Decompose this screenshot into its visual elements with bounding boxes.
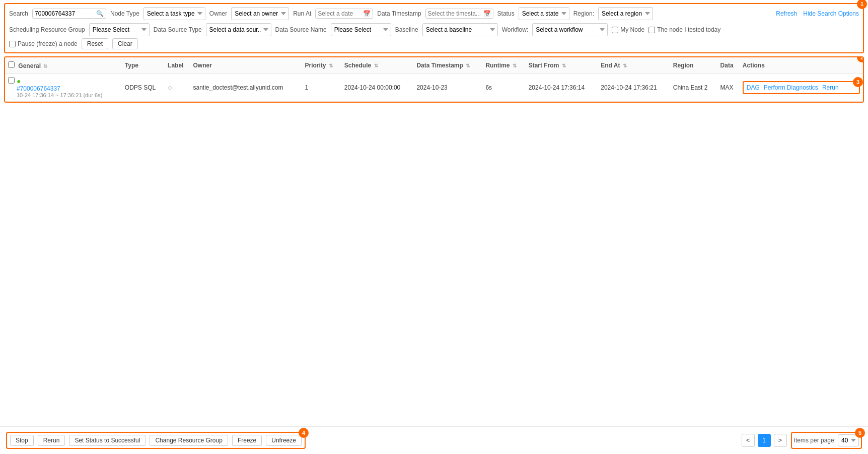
search-input[interactable] [35, 10, 95, 17]
run-at-label: Run At [293, 10, 311, 17]
scheduling-rg-select[interactable]: Please Select [89, 23, 150, 36]
search-input-wrap: 🔍 [32, 9, 106, 19]
cell-end-at: 2024-10-24 17:36:21 [598, 74, 670, 102]
col-end-at-label: End At [601, 62, 620, 69]
col-actions: Actions [740, 57, 863, 74]
end-at-value: 2024-10-24 17:36:21 [601, 84, 657, 91]
col-start-from-label: Start From [529, 62, 559, 69]
panel-badge-1: 1 [857, 0, 867, 9]
action-perform-diagnostics[interactable]: Perform Diagnostics [764, 84, 818, 91]
run-at-input-wrap: 📅 [315, 9, 373, 19]
run-at-input[interactable] [318, 10, 363, 17]
my-node-label[interactable]: My Node [612, 26, 644, 33]
row-checkbox[interactable] [8, 77, 15, 84]
col-general-label: General [18, 62, 41, 69]
data-timestamp-input-wrap: 📅 [425, 9, 493, 19]
data-value: MAX [720, 84, 734, 91]
col-priority-label: Priority [305, 62, 326, 69]
my-node-text: My Node [620, 26, 644, 33]
table-row: ● #700006764337 10-24 17:36:14 ~ 17:36:2… [5, 74, 863, 102]
hide-search-link[interactable]: Hide Search Options [803, 10, 859, 17]
data-source-name-select[interactable]: Please Select [331, 23, 391, 36]
col-data: Data [717, 57, 740, 74]
runtime-value: 6s [485, 84, 492, 91]
refresh-link[interactable]: Refresh [776, 10, 797, 17]
node-type-label: Node Type [110, 10, 139, 17]
data-timestamp-sort-icon[interactable]: ⇅ [466, 63, 470, 68]
tested-today-label[interactable]: The node I tested today [648, 26, 720, 33]
pause-freeze-label[interactable]: Pause (freeze) a node [9, 40, 78, 47]
cell-runtime: 6s [482, 74, 525, 102]
task-table: General ⇅ Type Label Owner Priority ⇅ Sc [5, 57, 863, 102]
table-body: ● #700006764337 10-24 17:36:14 ~ 17:36:2… [5, 74, 863, 102]
select-all-checkbox[interactable] [8, 61, 15, 68]
search-row-1: Search 🔍 Node Type Select a task type Ow… [9, 7, 859, 20]
pause-freeze-checkbox[interactable] [9, 41, 16, 47]
reset-button[interactable]: Reset [82, 38, 108, 49]
general-sort-icon[interactable]: ⇅ [43, 63, 47, 69]
data-source-type-label: Data Source Type [154, 26, 202, 33]
calendar-icon[interactable]: 📅 [363, 10, 371, 17]
my-node-checkbox[interactable] [612, 27, 618, 33]
col-runtime-label: Runtime [485, 62, 510, 69]
start-from-value: 2024-10-24 17:36:14 [529, 84, 585, 91]
cell-owner: santie_doctest@test.aliyunid.com [190, 74, 302, 102]
cell-data-timestamp: 2024-10-23 [413, 74, 482, 102]
col-data-timestamp-label: Data Timestamp [416, 62, 463, 69]
start-from-sort-icon[interactable]: ⇅ [562, 63, 566, 68]
tested-today-text: The node I tested today [657, 26, 720, 33]
task-id[interactable]: #700006764337 [17, 85, 102, 92]
region-label: Region: [573, 10, 594, 17]
scheduling-rg-label: Scheduling Resource Group [9, 26, 85, 33]
node-type-select[interactable]: Select a task type [143, 7, 205, 20]
top-right-links: Refresh Hide Search Options [776, 10, 859, 17]
schedule-sort-icon[interactable]: ⇅ [374, 63, 378, 68]
workflow-select[interactable]: Select a workflow [532, 23, 608, 36]
col-data-label: Data [720, 62, 734, 69]
col-label: Label [165, 57, 190, 74]
priority-value: 1 [305, 84, 309, 91]
cell-priority: 1 [302, 74, 341, 102]
filter-row-2: Scheduling Resource Group Please Select … [9, 23, 859, 36]
region-select[interactable]: Select a region [598, 7, 653, 20]
action-rerun[interactable]: Rerun [822, 84, 839, 91]
cell-type: ODPS SQL [122, 74, 165, 102]
action-cell: 3 DAGPerform DiagnosticsRerun [743, 81, 860, 94]
col-owner-label: Owner [193, 62, 211, 69]
cell-schedule: 2024-10-24 00:00:00 [341, 74, 414, 102]
clear-button[interactable]: Clear [112, 38, 138, 49]
col-type: Type [122, 57, 165, 74]
col-priority: Priority ⇅ [302, 57, 341, 74]
end-at-sort-icon[interactable]: ⇅ [623, 63, 627, 68]
action-badge-3: 3 [853, 77, 863, 87]
col-schedule-label: Schedule [344, 62, 371, 69]
baseline-select[interactable]: Select a baseline [422, 23, 498, 36]
cell-start-from: 2024-10-24 17:36:14 [526, 74, 598, 102]
owner-value: santie_doctest@test.aliyunid.com [193, 84, 283, 91]
data-timestamp-value: 2024-10-23 [416, 84, 447, 91]
owner-select[interactable]: Select an owner [231, 7, 289, 20]
status-icon: ● [17, 77, 21, 85]
data-source-type-select[interactable]: Select a data sour... [206, 23, 271, 36]
status-select[interactable]: Select a state [519, 7, 569, 20]
col-actions-label: Actions [743, 62, 765, 69]
calendar-icon-2[interactable]: 📅 [483, 10, 491, 17]
data-source-name-label: Data Source Name [275, 26, 327, 33]
col-type-label: Type [125, 62, 138, 69]
table-header-row: General ⇅ Type Label Owner Priority ⇅ Sc [5, 57, 863, 74]
col-region: Region [670, 57, 717, 74]
owner-label: Owner [209, 10, 227, 17]
tested-today-checkbox[interactable] [648, 27, 655, 33]
filter-actions-row: Pause (freeze) a node Reset Clear [9, 38, 859, 49]
runtime-sort-icon[interactable]: ⇅ [513, 63, 517, 68]
priority-sort-icon[interactable]: ⇅ [329, 63, 333, 68]
action-dag[interactable]: DAG [747, 84, 760, 91]
col-data-timestamp: Data Timestamp ⇅ [413, 57, 482, 74]
pause-freeze-text: Pause (freeze) a node [18, 40, 78, 47]
col-general: General ⇅ [5, 57, 122, 74]
search-filter-panel: 1 Search 🔍 Node Type Select a task type … [4, 3, 864, 53]
col-owner: Owner [190, 57, 302, 74]
cell-general: ● #700006764337 10-24 17:36:14 ~ 17:36:2… [5, 74, 122, 102]
data-timestamp-input[interactable] [428, 10, 483, 17]
col-schedule: Schedule ⇅ [341, 57, 414, 74]
